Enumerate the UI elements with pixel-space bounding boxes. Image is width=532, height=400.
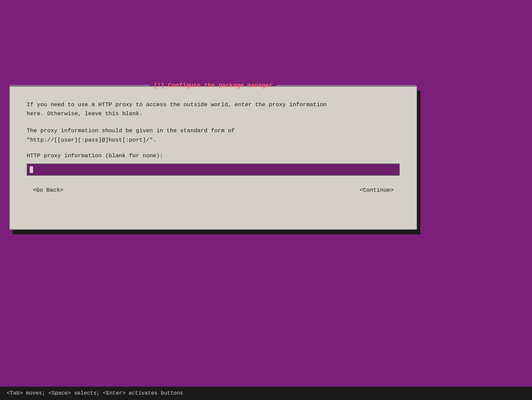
description-block-2: The proxy information should be given in… — [27, 126, 400, 144]
description-line3: The proxy information should be given in… — [27, 128, 235, 134]
dialog-title-bar: [!] Configure the package manager — [10, 82, 416, 89]
proxy-label: HTTP proxy information (blank for none): — [27, 153, 400, 159]
configure-package-manager-dialog: [!] Configure the package manager If you… — [9, 86, 417, 230]
description-line4: "http://[[user][:pass]@]host[:port]/". — [27, 137, 156, 143]
title-line-left — [10, 85, 150, 86]
description-block-1: If you need to use a HTTP proxy to acces… — [27, 100, 400, 118]
go-back-button[interactable]: <Go Back> — [30, 186, 66, 195]
description-line2: here. Otherwise, leave this blank. — [27, 111, 143, 117]
status-bar: <Tab> moves; <Space> selects; <Enter> ac… — [0, 387, 532, 400]
dialog-buttons-row: <Go Back> <Continue> — [27, 186, 400, 195]
status-bar-text: <Tab> moves; <Space> selects; <Enter> ac… — [7, 390, 183, 396]
dialog-content: If you need to use a HTTP proxy to acces… — [10, 87, 416, 205]
terminal-background: [!] Configure the package manager If you… — [0, 0, 532, 400]
proxy-input-field[interactable] — [27, 164, 400, 176]
title-line-right — [277, 85, 416, 86]
continue-button[interactable]: <Continue> — [357, 186, 396, 195]
dialog-title: [!] Configure the package manager — [150, 82, 277, 89]
text-cursor — [30, 166, 33, 173]
description-line1: If you need to use a HTTP proxy to acces… — [27, 102, 327, 108]
